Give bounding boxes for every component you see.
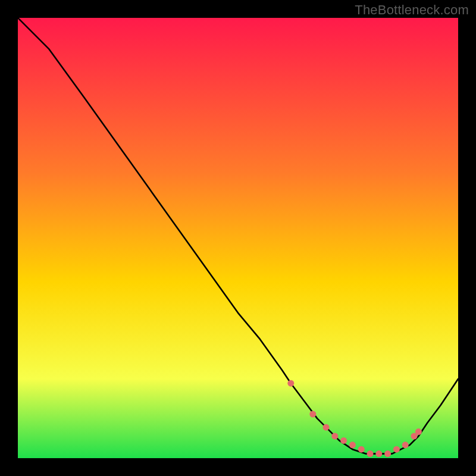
marker-dot: [415, 428, 422, 435]
marker-dot: [384, 450, 391, 457]
watermark-text: TheBottleneck.com: [355, 2, 469, 18]
plot-area: [18, 18, 458, 458]
marker-dot: [393, 446, 400, 453]
chart-frame: TheBottleneck.com: [0, 0, 476, 476]
marker-dot: [375, 450, 382, 457]
chart-svg: [18, 18, 458, 458]
marker-dot: [309, 411, 316, 418]
gradient-bg: [18, 18, 458, 458]
marker-dot: [340, 437, 347, 444]
marker-dot: [358, 446, 365, 453]
marker-dot: [287, 380, 294, 387]
marker-dot: [402, 441, 409, 448]
marker-dot: [323, 424, 330, 431]
marker-dot: [367, 450, 374, 457]
marker-dot: [331, 433, 338, 440]
marker-dot: [349, 441, 356, 448]
